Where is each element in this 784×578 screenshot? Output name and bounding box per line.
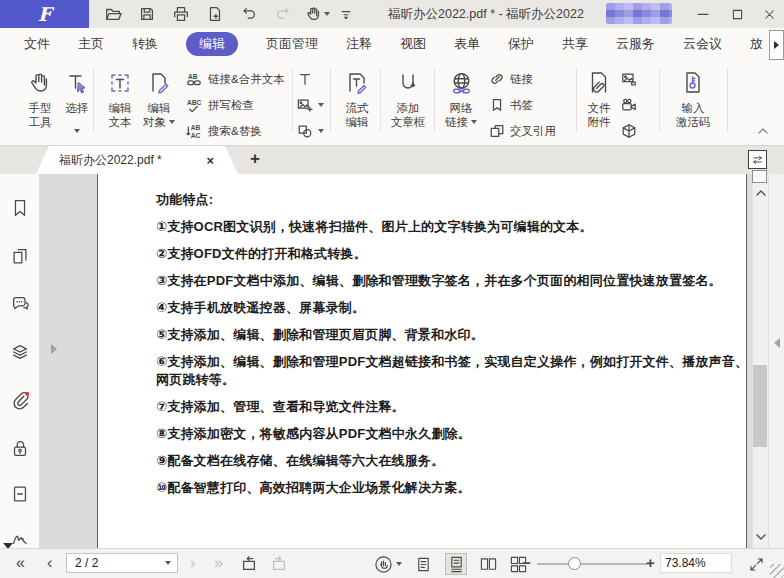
edit-text-button[interactable]: 编辑 文本 (99, 65, 141, 129)
window-resize-grip[interactable] (770, 564, 784, 578)
scrollbar-thumb[interactable] (753, 365, 767, 447)
bookmark-icon (489, 97, 505, 113)
zoom-slider-track[interactable] (537, 563, 651, 565)
select-tool-button[interactable]: 选择 (58, 65, 96, 137)
cross-reference-button[interactable]: 交叉引用 (489, 118, 556, 144)
next-page-button[interactable]: › (190, 553, 195, 573)
insert-tools-column (297, 66, 324, 144)
security-panel-button[interactable] (8, 436, 32, 460)
print-button[interactable] (171, 4, 191, 24)
menu-scroll-right-button[interactable] (769, 30, 784, 60)
menu-tab-file[interactable]: 文件 (24, 35, 50, 53)
web-link-button[interactable]: 网络 链接 (436, 65, 486, 129)
new-document-button[interactable] (205, 4, 225, 24)
hand-mode-dropdown-caret[interactable] (396, 562, 402, 566)
switch-tab-mode-button[interactable] (748, 150, 767, 169)
hand-tool-quick-button[interactable] (303, 4, 323, 24)
enter-activation-code-button[interactable]: 输入 激活码 (662, 65, 724, 129)
add-article-box-button[interactable]: 添加 文章框 (382, 65, 434, 129)
page-dropdown-caret[interactable] (165, 561, 171, 565)
file-attachment-button[interactable]: 文件 附件 (577, 65, 621, 129)
fullscreen-button[interactable] (745, 553, 767, 575)
vertical-scrollbar[interactable] (752, 174, 768, 548)
zoom-slider-knob[interactable] (568, 557, 581, 570)
close-button[interactable] (758, 4, 780, 24)
hand-mode-icon (374, 555, 393, 574)
spell-check-button[interactable]: ABC 拼写检查 (186, 92, 285, 118)
spell-check-icon: ABC (186, 97, 203, 114)
first-page-button[interactable]: « (16, 553, 25, 573)
menu-tab-cloud-meeting[interactable]: 云会议 (683, 35, 722, 53)
next-view-button[interactable] (268, 553, 290, 575)
menu-tab-home[interactable]: 主页 (78, 35, 104, 53)
add-image-icon (297, 97, 313, 113)
edit-object-button[interactable]: 编辑 对象 (138, 65, 180, 129)
previous-page-button[interactable]: ‹ (47, 553, 52, 573)
add-image-button[interactable] (297, 92, 324, 118)
save-button[interactable] (137, 4, 157, 24)
right-panel-expand-handle[interactable] (774, 338, 780, 348)
facing-view-button[interactable] (477, 553, 499, 575)
destinations-panel-button[interactable] (8, 482, 32, 506)
menu-tab-protect[interactable]: 保护 (508, 35, 534, 53)
layers-panel-button[interactable] (8, 340, 32, 364)
doc-line: 网页跳转等。 (156, 371, 748, 389)
app-logo[interactable]: F (0, 0, 89, 28)
last-page-button[interactable]: » (214, 553, 223, 573)
pdf-page[interactable]: 功能特点: ①支持OCR图文识别，快速将扫描件、图片上的文字转换为可编辑的文本。… (97, 174, 747, 548)
undo-button[interactable] (239, 4, 259, 24)
open-file-button[interactable] (103, 4, 123, 24)
menu-tab-cloud-service[interactable]: 云服务 (616, 35, 655, 53)
video-audio-button[interactable] (621, 92, 637, 118)
link-button[interactable]: 链接 (489, 66, 556, 92)
comments-panel-button[interactable] (8, 292, 32, 316)
svg-text:ABC: ABC (187, 98, 202, 105)
sidebar-expand-handle[interactable] (51, 344, 57, 354)
scroll-down-icon[interactable] (755, 532, 767, 542)
link-merge-text-button[interactable]: AB 链接&合并文本 (186, 66, 285, 92)
continuous-view-button-selected[interactable] (445, 553, 467, 575)
tab-close-icon[interactable]: × (206, 153, 214, 168)
customize-quick-access-button[interactable] (336, 4, 356, 24)
attachments-panel-button[interactable] (8, 388, 32, 412)
bookmarks-panel-button[interactable] (8, 196, 32, 220)
new-tab-button[interactable]: + (250, 149, 260, 169)
menu-tab-convert[interactable]: 转换 (132, 35, 158, 53)
hand-mode-button[interactable] (372, 553, 394, 575)
search-replace-button[interactable]: ABAC 搜索&替换 (186, 118, 285, 144)
menu-tab-page-management[interactable]: 页面管理 (266, 35, 318, 53)
image-annotation-button[interactable] (621, 66, 637, 92)
document-tab-active[interactable]: 福昕办公2022.pdf * × (36, 146, 238, 174)
3d-annotation-button[interactable] (621, 118, 637, 144)
pdf-page-text[interactable]: 功能特点: ①支持OCR图文识别，快速将扫描件、图片上的文字转换为可编辑的文本。… (156, 191, 748, 506)
minimize-button[interactable] (692, 4, 714, 24)
menu-tab-view[interactable]: 视图 (400, 35, 426, 53)
previous-view-button[interactable] (238, 553, 260, 575)
flow-edit-button[interactable]: 流式 编辑 (334, 65, 380, 129)
page-number-input[interactable]: 2 / 2 (66, 553, 178, 573)
zoom-in-button[interactable]: + (646, 554, 655, 571)
user-account-badge-redacted[interactable] (606, 3, 672, 24)
menu-tab-form[interactable]: 表单 (454, 35, 480, 53)
single-page-view-button[interactable] (412, 553, 434, 575)
hand-tool-dropdown-caret[interactable] (324, 12, 330, 16)
page-thumbnails-panel-button[interactable] (8, 244, 32, 268)
status-bar: « ‹ 2 / 2 › » − + 73.84% (0, 548, 784, 578)
menu-tab-share[interactable]: 共享 (562, 35, 588, 53)
doc-line: ⑤支持添加、编辑、删除和管理页眉页脚、背景和水印。 (156, 326, 748, 344)
customize-quick-access-icon (338, 6, 354, 22)
maximize-button[interactable] (726, 4, 748, 24)
add-shapes-button[interactable] (297, 118, 324, 144)
collapse-ribbon-button[interactable] (756, 123, 770, 141)
menu-tab-comment[interactable]: 注释 (346, 35, 372, 53)
redo-button[interactable] (273, 4, 293, 24)
image-annotation-icon (621, 71, 637, 87)
scroll-up-icon[interactable] (755, 188, 767, 198)
menu-tab-overflow-partial[interactable]: 放 (750, 35, 763, 53)
split-view-button[interactable] (752, 170, 767, 183)
zoom-percentage-input[interactable]: 73.84% (660, 553, 732, 573)
menu-tab-edit-active[interactable]: 编辑 (186, 32, 238, 56)
add-text-button[interactable] (297, 66, 324, 92)
bookmark-button[interactable]: 书签 (489, 92, 556, 118)
zoom-out-button[interactable]: − (522, 554, 531, 571)
